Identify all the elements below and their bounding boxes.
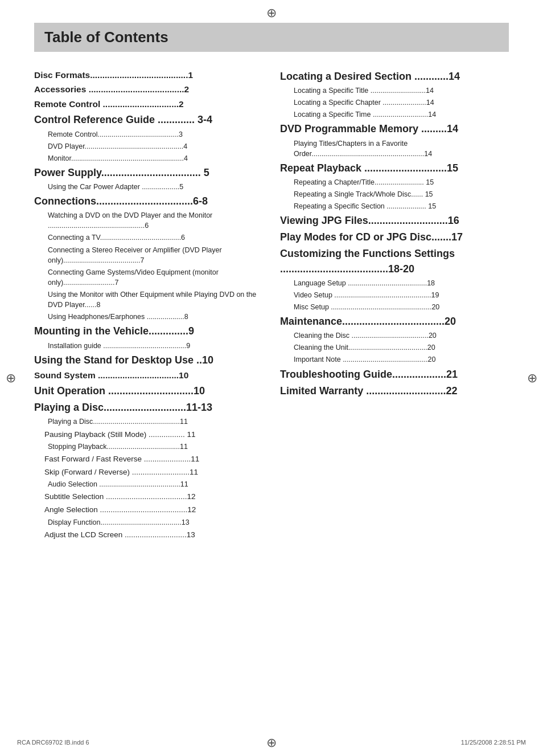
toc-entry: Limited Warranty .......................… <box>280 383 509 398</box>
toc-entry: DVD Player..............................… <box>34 141 263 152</box>
footer-right: 11/25/2008 2:28:51 PM <box>461 739 526 746</box>
toc-entry: Connecting a Stereo Receiver or Amplifie… <box>34 245 263 265</box>
toc-entry: Locating a Desired Section ............1… <box>280 69 509 84</box>
left-column: Disc Formats............................… <box>34 69 263 542</box>
toc-entry: Watching a DVD on the DVD Player and the… <box>34 210 263 231</box>
toc-entry: Troubleshooting Guide...................… <box>280 367 509 382</box>
toc-entry: Connecting a TV.........................… <box>34 232 263 243</box>
toc-entry: Sound System ...........................… <box>34 369 263 382</box>
toc-entry: Misc Setup .............................… <box>280 302 509 312</box>
toc-entry: Video Setup ............................… <box>280 290 509 300</box>
toc-entry: Using the Stand for Desktop Use ..10 <box>34 353 263 367</box>
toc-entry: Using Headphones/Earphones .............… <box>34 312 263 322</box>
toc-entry: Subtitle Selection .....................… <box>34 491 263 502</box>
toc-entry: Playing Titles/Chapters in a Favorite Or… <box>280 138 509 159</box>
toc-entry: Accessories ............................… <box>34 83 263 96</box>
toc-entry: Playing a Disc..........................… <box>34 400 263 415</box>
toc-entry: Using the Car Power Adapter ............… <box>34 182 263 192</box>
toc-entry: Display Function........................… <box>34 517 263 528</box>
toc-entry: Locating a Specific Title ..............… <box>280 85 509 96</box>
toc-entry: Playing a Disc..........................… <box>34 416 263 427</box>
toc-entry: Installation guide .....................… <box>34 341 263 351</box>
right-column: Locating a Desired Section ............1… <box>280 69 509 542</box>
toc-entry: Connecting Game Systems/Video Equipment … <box>34 267 263 288</box>
toc-entry: Customizing the Functions Settings .....… <box>280 246 509 276</box>
toc-entry: Mounting in the Vehicle..............9 <box>34 324 263 338</box>
toc-entry: Repeating a Specific Section ...........… <box>280 201 509 211</box>
toc-entry: Play Modes for CD or JPG Disc.......17 <box>280 230 509 244</box>
toc-entry: Maintenance.............................… <box>280 314 509 329</box>
toc-entry: Connections.............................… <box>34 194 263 209</box>
toc-entry: Adjust the LCD Screen ..................… <box>34 529 263 541</box>
footer-left: RCA DRC69702 IB.indd 6 <box>17 739 89 746</box>
toc-entry: Stopping Playback.......................… <box>34 442 263 452</box>
toc-entry: Important Note .........................… <box>280 354 509 365</box>
toc-entry: Viewing JPG Files.......................… <box>280 213 509 228</box>
toc-entry: Power Supply............................… <box>34 165 263 180</box>
reg-mark-right: ⊕ <box>527 371 537 386</box>
toc-entry: Audio Selection ........................… <box>34 479 263 489</box>
toc-entry: Cleaning the Unit.......................… <box>280 342 509 353</box>
toc-entry: Repeating a Single Track/Whole Disc.....… <box>280 189 509 199</box>
toc-entry: Angle Selection ........................… <box>34 504 263 516</box>
toc-entry: Cleaning the Disc ......................… <box>280 330 509 341</box>
reg-mark-top: ⊕ <box>266 6 277 21</box>
toc-entry: Repeating a Chapter/Title...............… <box>280 177 509 187</box>
toc-entry: Monitor.................................… <box>34 153 263 164</box>
toc-body: Disc Formats............................… <box>34 69 509 542</box>
toc-entry: Remote Control..........................… <box>34 129 263 140</box>
reg-mark-left: ⊕ <box>6 371 16 386</box>
toc-entry: Repeat Playback ........................… <box>280 161 509 175</box>
toc-entry: Control Reference Guide ............. 3-… <box>34 112 263 127</box>
toc-entry: DVD Programmable Memory .........14 <box>280 121 509 136</box>
toc-entry: Locating a Specific Chapter ............… <box>280 97 509 108</box>
toc-entry: Disc Formats............................… <box>34 69 263 81</box>
toc-title: Table of Contents <box>34 23 509 52</box>
toc-entry: Using the Monitor with Other Equipment w… <box>34 289 263 310</box>
toc-entry: Skip (Forward / Reverse) ...............… <box>34 467 263 478</box>
toc-entry: Remote Control .........................… <box>34 98 263 111</box>
toc-entry: Pausing Playback (Still Mode) ..........… <box>34 429 263 440</box>
toc-entry: Locating a Specific Time ...............… <box>280 109 509 120</box>
toc-entry: Language Setup .........................… <box>280 278 509 288</box>
footer: RCA DRC69702 IB.indd 6 11/25/2008 2:28:5… <box>0 739 543 746</box>
toc-entry: Unit Operation .........................… <box>34 383 263 398</box>
page: ⊕ ⊕ ⊕ ⊕ Table of Contents Disc Formats..… <box>0 0 543 756</box>
toc-entry: Fast Forward / Fast Reverse ............… <box>34 453 263 465</box>
